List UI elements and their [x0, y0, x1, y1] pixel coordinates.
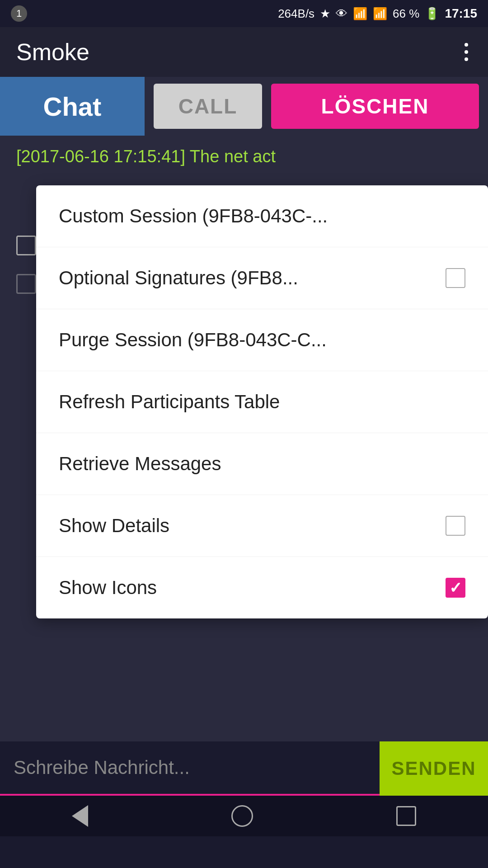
- app-title: Smoke: [16, 38, 89, 66]
- menu-item-label-show-details: Show Details: [59, 515, 169, 537]
- action-bar: Chat CALL LÖSCHEN: [0, 77, 488, 136]
- menu-item-label-show-icons: Show Icons: [59, 577, 157, 599]
- call-button[interactable]: CALL: [154, 84, 262, 129]
- notification-badge: 1: [11, 5, 27, 22]
- status-bar-right: 264B/s ★ 👁 📶 📶 66 % 🔋 17:15: [278, 6, 477, 21]
- menu-item-show-icons[interactable]: Show Icons ✓: [36, 557, 488, 618]
- app-bar: Smoke: [0, 27, 488, 77]
- participant-checkbox-1[interactable]: [16, 236, 36, 255]
- send-button-label: SENDEN: [391, 758, 476, 779]
- menu-item-show-details[interactable]: Show Details: [36, 495, 488, 557]
- menu-item-label-purge-session: Purge Session (9FB8-043C-C...: [59, 329, 327, 351]
- message-input-container[interactable]: Schreibe Nachricht...: [0, 741, 380, 796]
- battery-icon: 🔋: [425, 7, 439, 21]
- menu-item-label-optional-signatures: Optional Signatures (9FB8...: [59, 267, 298, 289]
- menu-item-purge-session[interactable]: Purge Session (9FB8-043C-C...: [36, 309, 488, 371]
- wifi-icon: 📶: [353, 7, 367, 21]
- nav-bar: [0, 796, 488, 836]
- menu-item-optional-signatures[interactable]: Optional Signatures (9FB8...: [36, 247, 488, 309]
- optional-signatures-checkbox[interactable]: [446, 268, 465, 288]
- menu-item-retrieve-messages[interactable]: Retrieve Messages: [36, 433, 488, 495]
- loschen-button[interactable]: LÖSCHEN: [271, 84, 479, 129]
- menu-item-custom-session[interactable]: Custom Session (9FB8-043C-...: [36, 185, 488, 247]
- menu-item-refresh-participants[interactable]: Refresh Participants Table: [36, 371, 488, 433]
- chat-tab[interactable]: Chat: [0, 77, 145, 136]
- show-icons-checkbox[interactable]: ✓: [446, 578, 465, 598]
- bottom-bar: Schreibe Nachricht... SENDEN: [0, 741, 488, 796]
- loschen-button-label: LÖSCHEN: [321, 94, 429, 118]
- home-button[interactable]: [231, 805, 253, 827]
- participant-checkbox-2[interactable]: [16, 274, 36, 294]
- call-button-label: CALL: [178, 94, 238, 118]
- recents-button[interactable]: [396, 806, 416, 826]
- back-button[interactable]: [72, 805, 88, 827]
- speed-indicator: 264B/s: [278, 7, 314, 21]
- bluetooth-icon: ★: [320, 7, 330, 21]
- status-bar-left: 1: [11, 5, 27, 22]
- time-display: 17:15: [445, 6, 477, 21]
- status-bar: 1 264B/s ★ 👁 📶 📶 66 % 🔋 17:15: [0, 0, 488, 27]
- chat-message: [2017-06-16 17:15:41] The net act: [16, 147, 276, 166]
- battery-level: 66 %: [393, 7, 419, 21]
- more-options-button[interactable]: [461, 39, 472, 65]
- main-content: Chat CALL LÖSCHEN [2017-06-16 17:15:41] …: [0, 77, 488, 836]
- show-details-checkbox[interactable]: [446, 516, 465, 536]
- dropdown-menu: Custom Session (9FB8-043C-... Optional S…: [36, 185, 488, 618]
- message-input[interactable]: Schreibe Nachricht...: [14, 757, 190, 778]
- eye-icon: 👁: [336, 7, 347, 21]
- menu-item-label-custom-session: Custom Session (9FB8-043C-...: [59, 205, 328, 227]
- menu-item-label-retrieve-messages: Retrieve Messages: [59, 453, 221, 475]
- chat-tab-label: Chat: [43, 91, 102, 122]
- checkmark-icon: ✓: [449, 579, 462, 597]
- menu-item-label-refresh-participants: Refresh Participants Table: [59, 391, 280, 413]
- signal-icon: 📶: [373, 7, 387, 21]
- send-button[interactable]: SENDEN: [380, 741, 488, 796]
